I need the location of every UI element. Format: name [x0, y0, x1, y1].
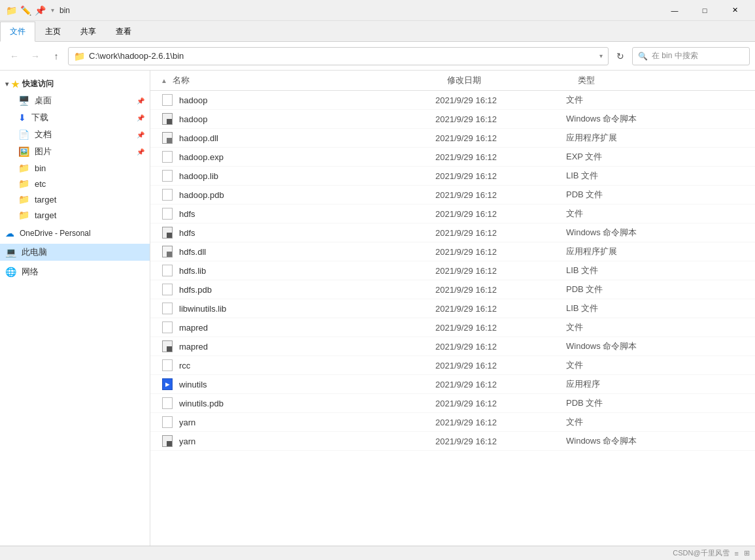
- sidebar-item-label: 图片: [35, 146, 137, 157]
- file-date: 2021/9/29 16:12: [435, 133, 566, 143]
- sidebar-item-label: 网络: [22, 266, 144, 278]
- file-date: 2021/9/29 16:12: [435, 114, 566, 124]
- file-type: Windows 命令脚本: [566, 435, 745, 447]
- sidebar-item-target1[interactable]: 📁 target: [0, 191, 150, 207]
- main-layout: ▾ ★ 快速访问 🖥️ 桌面 📌 ⬇ 下载 📌 📄 文档 📌: [0, 71, 755, 546]
- view-icon-grid: ⊞: [744, 549, 750, 557]
- table-row[interactable]: hdfs.pdb 2021/9/29 16:12 PDB 文件: [150, 280, 755, 299]
- table-row[interactable]: rcc 2021/9/29 16:12 文件: [150, 356, 755, 375]
- file-name: hdfs.dll: [179, 247, 435, 257]
- window-controls: — □ ✕: [660, 0, 750, 21]
- sidebar-item-this-pc[interactable]: 💻 此电脑: [0, 244, 150, 261]
- file-name: hadoop: [179, 114, 435, 124]
- file-icon: [161, 435, 174, 448]
- table-row[interactable]: hadoop.exp 2021/9/29 16:12 EXP 文件: [150, 148, 755, 167]
- quick-access-header[interactable]: ▾ ★ 快速访问: [0, 76, 150, 92]
- file-name: mapred: [179, 342, 435, 352]
- tab-share[interactable]: 共享: [71, 22, 106, 41]
- file-type: 文件: [566, 321, 745, 333]
- maximize-button[interactable]: □: [690, 0, 720, 21]
- table-row[interactable]: hdfs.lib 2021/9/29 16:12 LIB 文件: [150, 261, 755, 280]
- table-row[interactable]: yarn 2021/9/29 16:12 Windows 命令脚本: [150, 432, 755, 451]
- file-date: 2021/9/29 16:12: [435, 285, 566, 295]
- file-icon: [161, 169, 174, 182]
- col-header-name[interactable]: 名称: [173, 74, 447, 86]
- sidebar-item-desktop[interactable]: 🖥️ 桌面 📌: [0, 92, 150, 109]
- table-row[interactable]: hadoop 2021/9/29 16:12 文件: [150, 91, 755, 110]
- sidebar-item-label: target: [35, 195, 144, 205]
- file-type: Windows 命令脚本: [566, 340, 745, 352]
- table-row[interactable]: hadoop 2021/9/29 16:12 Windows 命令脚本: [150, 110, 755, 129]
- search-icon: 🔍: [638, 52, 648, 61]
- sidebar-item-documents[interactable]: 📄 文档 📌: [0, 126, 150, 143]
- file-icon: [161, 188, 174, 201]
- search-box[interactable]: 🔍 在 bin 中搜索: [632, 47, 750, 65]
- file-date: 2021/9/29 16:12: [435, 342, 566, 352]
- pc-icon: 💻: [5, 247, 16, 257]
- minimize-button[interactable]: —: [660, 0, 690, 21]
- close-button[interactable]: ✕: [720, 0, 750, 21]
- file-name: hadoop: [179, 95, 435, 105]
- pin-icon: 📌: [137, 131, 144, 139]
- table-row[interactable]: yarn 2021/9/29 16:12 文件: [150, 413, 755, 432]
- sidebar-item-download[interactable]: ⬇ 下载 📌: [0, 109, 150, 126]
- table-row[interactable]: mapred 2021/9/29 16:12 文件: [150, 318, 755, 337]
- table-row[interactable]: hadoop.pdb 2021/9/29 16:12 PDB 文件: [150, 186, 755, 205]
- status-bar: CSDN@千里风雪 ≡ ⊞: [0, 546, 755, 560]
- tab-view[interactable]: 查看: [106, 22, 141, 41]
- file-type: 文件: [566, 416, 745, 428]
- file-type: EXP 文件: [566, 151, 745, 163]
- pin-icon: 📌: [137, 97, 144, 105]
- sidebar-item-label: 下载: [31, 112, 137, 124]
- table-row[interactable]: ▶ winutils 2021/9/29 16:12 应用程序: [150, 375, 755, 394]
- table-row[interactable]: hdfs 2021/9/29 16:12 Windows 命令脚本: [150, 223, 755, 242]
- quick-access-section: ▾ ★ 快速访问 🖥️ 桌面 📌 ⬇ 下载 📌 📄 文档 📌: [0, 76, 150, 223]
- file-type: 应用程序扩展: [566, 246, 745, 257]
- onedrive-section: ☁ OneDrive - Personal: [0, 225, 150, 241]
- file-date: 2021/9/29 16:12: [435, 323, 566, 333]
- refresh-button[interactable]: ↻: [611, 47, 629, 65]
- file-name: hadoop.pdb: [179, 190, 435, 200]
- sidebar-item-pictures[interactable]: 🖼️ 图片 📌: [0, 143, 150, 160]
- sidebar-item-label: 文档: [35, 129, 137, 140]
- sidebar-item-bin[interactable]: 📁 bin: [0, 160, 150, 176]
- file-date: 2021/9/29 16:12: [435, 247, 566, 257]
- column-headers: ▲ 名称 修改日期 类型: [150, 71, 755, 91]
- file-date: 2021/9/29 16:12: [435, 209, 566, 219]
- address-bar: ← → ↑ 📁 C:\work\hadoop-2.6.1\bin ▾ ↻ 🔍 在…: [0, 42, 755, 71]
- sidebar-item-network[interactable]: 🌐 网络: [0, 263, 150, 280]
- file-icon: [161, 93, 174, 107]
- file-type: PDB 文件: [566, 284, 745, 295]
- col-header-date[interactable]: 修改日期: [447, 74, 578, 86]
- table-row[interactable]: libwinutils.lib 2021/9/29 16:12 LIB 文件: [150, 299, 755, 318]
- title-bar-icons: 📁 ✏️ 📌 ▾: [5, 5, 54, 16]
- table-row[interactable]: hadoop.lib 2021/9/29 16:12 LIB 文件: [150, 167, 755, 186]
- file-date: 2021/9/29 16:12: [435, 95, 566, 105]
- document-icon: 📄: [18, 129, 29, 140]
- network-icon: 🌐: [5, 267, 16, 277]
- col-header-type[interactable]: 类型: [578, 74, 745, 86]
- tab-home[interactable]: 主页: [35, 22, 71, 41]
- table-row[interactable]: hdfs 2021/9/29 16:12 文件: [150, 205, 755, 223]
- pictures-icon: 🖼️: [18, 146, 29, 157]
- file-type: LIB 文件: [566, 265, 745, 276]
- forward-button[interactable]: →: [26, 47, 44, 65]
- search-placeholder: 在 bin 中搜索: [652, 50, 698, 61]
- sidebar-item-target2[interactable]: 📁 target: [0, 207, 150, 223]
- folder-icon: 📁: [18, 210, 29, 220]
- file-name: rcc: [179, 361, 435, 371]
- address-path[interactable]: 📁 C:\work\hadoop-2.6.1\bin ▾: [68, 47, 609, 65]
- sidebar-item-onedrive[interactable]: ☁ OneDrive - Personal: [0, 225, 150, 241]
- folder-icon: 📁: [18, 178, 29, 189]
- tab-file[interactable]: 文件: [0, 22, 35, 42]
- table-row[interactable]: mapred 2021/9/29 16:12 Windows 命令脚本: [150, 337, 755, 356]
- sidebar-item-etc[interactable]: 📁 etc: [0, 176, 150, 191]
- file-icon: [161, 397, 174, 410]
- ribbon-tabs: 文件 主页 共享 查看: [0, 21, 755, 42]
- pin-icon: 📌: [137, 114, 144, 122]
- table-row[interactable]: hdfs.dll 2021/9/29 16:12 应用程序扩展: [150, 242, 755, 261]
- table-row[interactable]: winutils.pdb 2021/9/29 16:12 PDB 文件: [150, 394, 755, 413]
- up-button[interactable]: ↑: [47, 47, 65, 65]
- back-button[interactable]: ←: [5, 47, 24, 65]
- table-row[interactable]: hadoop.dll 2021/9/29 16:12 应用程序扩展: [150, 129, 755, 148]
